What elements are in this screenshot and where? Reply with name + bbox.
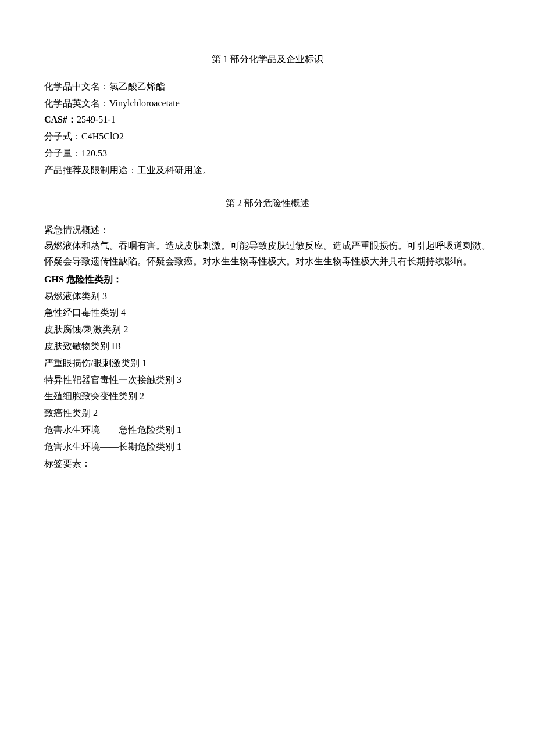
list-item: 特异性靶器官毒性一次接触类别 3 — [44, 373, 491, 388]
list-item: 皮肤致敏物类别 IB — [44, 339, 491, 354]
mw-value: 120.53 — [81, 148, 107, 158]
name-en-label: 化学品英文名： — [44, 98, 109, 108]
emergency-line2: 怀疑会导致遗传性缺陷。怀疑会致癌。对水生生物毒性极大。对水生生物毒性极大并具有长… — [44, 255, 491, 269]
list-item: 危害水生环境——长期危险类别 1 — [44, 440, 491, 454]
cas-label: CAS#： — [44, 114, 77, 124]
use-value: 工业及科研用途。 — [137, 165, 212, 175]
section1-title: 第 1 部分化学品及企业标识 — [44, 52, 491, 67]
field-mw: 分子量：120.53 — [44, 146, 491, 161]
name-en-value: Vinylchloroacetate — [109, 98, 180, 108]
list-item: 急性经口毒性类别 4 — [44, 306, 491, 320]
list-item: 危害水生环境——急性危险类别 1 — [44, 423, 491, 438]
list-item: 易燃液体类别 3 — [44, 289, 491, 304]
list-item: 致癌性类别 2 — [44, 406, 491, 421]
field-cas: CAS#：2549-51-1 — [44, 113, 491, 127]
cas-value: 2549-51-1 — [77, 114, 116, 124]
formula-value: C4H5ClO2 — [81, 131, 124, 141]
field-use: 产品推荐及限制用途：工业及科研用途。 — [44, 163, 491, 178]
list-item: 严重眼损伤/眼刺激类别 1 — [44, 356, 491, 371]
field-formula: 分子式：C4H5ClO2 — [44, 130, 491, 144]
ghs-category-list: 易燃液体类别 3 急性经口毒性类别 4 皮肤腐蚀/刺激类别 2 皮肤致敏物类别 … — [44, 289, 491, 454]
list-item: 皮肤腐蚀/刺激类别 2 — [44, 323, 491, 337]
use-label: 产品推荐及限制用途： — [44, 165, 137, 175]
formula-label: 分子式： — [44, 131, 81, 141]
emergency-line1: 易燃液体和蒸气。吞咽有害。造成皮肤刺激。可能导致皮肤过敏反应。造成严重眼损伤。可… — [44, 239, 491, 253]
field-name-cn: 化学品中文名：氯乙酸乙烯酯 — [44, 80, 491, 94]
section2-title: 第 2 部分危险性概述 — [44, 196, 491, 211]
label-elements: 标签要素： — [44, 457, 491, 471]
list-item: 生殖细胞致突变性类别 2 — [44, 389, 491, 404]
mw-label: 分子量： — [44, 148, 81, 158]
name-cn-label: 化学品中文名： — [44, 81, 109, 91]
emergency-label: 紧急情况概述： — [44, 223, 491, 238]
ghs-label: GHS 危险性类别： — [44, 273, 491, 287]
name-cn-value: 氯乙酸乙烯酯 — [109, 81, 165, 91]
field-name-en: 化学品英文名：Vinylchloroacetate — [44, 96, 491, 111]
